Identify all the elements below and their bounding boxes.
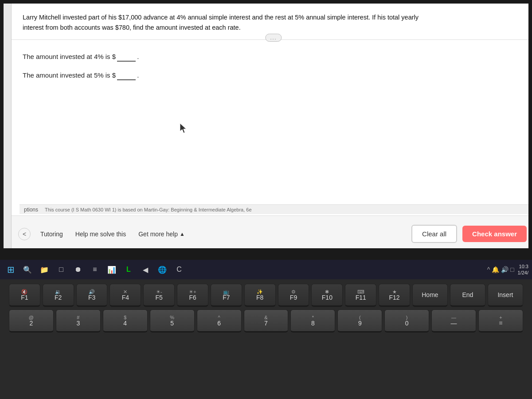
key-f10[interactable]: ✱F10 [311, 284, 343, 307]
taskbar-back-icon[interactable]: ◀ [138, 262, 153, 277]
answer1-suffix: . [137, 53, 139, 60]
toolbar-left: < Tutoring Help me solve this Get more h… [16, 216, 191, 249]
key-f6[interactable]: ☀+F6 [177, 284, 208, 307]
key-f2[interactable]: 🔉F2 [43, 284, 74, 307]
get-more-help-tab[interactable]: Get more help ▲ [132, 216, 191, 249]
key-f11[interactable]: ⌨F11 [345, 284, 376, 307]
bottom-toolbar: < Tutoring Help me solve this Get more h… [12, 215, 528, 248]
taskbar-edge-icon[interactable]: C [172, 262, 186, 277]
key-end[interactable]: End [450, 284, 485, 307]
footer-info: ptions This course (I S Math 0630 WI 1) … [20, 204, 528, 214]
taskbar-right: ^ 🔔 🔊 □ 10:3 1/24/ [487, 263, 528, 276]
taskbar-menu-icon[interactable]: ≡ [88, 262, 102, 277]
key-3[interactable]: #3 [56, 309, 101, 332]
problem-text: Larry Mitchell invested part of his $17,… [23, 12, 524, 33]
answer2-input[interactable] [117, 70, 136, 80]
key-home[interactable]: Home [412, 284, 448, 307]
chevron-left-button[interactable]: < [18, 228, 31, 240]
key-f12[interactable]: ★F12 [379, 284, 410, 307]
key-4[interactable]: $4 [103, 309, 148, 332]
chevron-up-icon: ▲ [180, 231, 185, 237]
key-7[interactable]: &7 [244, 309, 289, 332]
problem-line2: interest from both accounts was $780, fi… [23, 24, 241, 31]
key-dash[interactable]: —— [431, 309, 476, 332]
problem-line1: Larry Mitchell invested part of his $17,… [23, 14, 419, 21]
key-insert[interactable]: Insert [488, 284, 523, 307]
taskbar-time: 10:3 [518, 263, 528, 270]
key-6[interactable]: ^6 [197, 309, 242, 332]
screen-inner: Larry Mitchell invested part of his $17,… [4, 4, 528, 248]
answer2-prefix: The amount invested at 5% is $ [23, 71, 116, 79]
clear-all-button[interactable]: Clear all [411, 225, 457, 243]
get-more-help-label: Get more help [138, 231, 178, 238]
answer2-suffix: . [137, 71, 139, 79]
answer1-input[interactable] [117, 51, 136, 62]
help-solve-tab[interactable]: Help me solve this [69, 216, 132, 249]
key-plus[interactable]: += [478, 309, 523, 332]
left-sidebar [4, 4, 12, 248]
ptions-text: ptions [24, 207, 38, 213]
course-info: This course (I S Math 0630 WI 1) is base… [45, 207, 252, 212]
cursor [180, 123, 189, 133]
answer1-prefix: The amount invested at 4% is $ [23, 53, 116, 60]
main-content: Larry Mitchell invested part of his $17,… [12, 4, 528, 248]
key-f1[interactable]: 🔇F1 [9, 284, 40, 307]
taskbar-window-icon[interactable]: □ [54, 262, 68, 277]
windows-start-button[interactable]: ⊞ [4, 262, 18, 277]
taskbar-search-icon[interactable]: 🔍 [20, 262, 35, 277]
expand-button[interactable]: ... [265, 34, 282, 42]
help-solve-label: Help me solve this [75, 231, 126, 238]
taskbar-clock: 10:3 1/24/ [518, 263, 528, 276]
answer-section: The amount invested at 4% is $ . The amo… [12, 40, 528, 97]
taskbar-file-icon[interactable]: 📁 [37, 262, 51, 277]
keyboard-area: 🔇F1 🔉F2 🔊F3 ✕F4 ☀-F5 ☀+F6 📺F7 ✨F8 ⚙F9 ✱F… [0, 279, 532, 399]
number-keys-row: @2 #3 $4 %5 ^6 &7 *8 (9 )0 —— += [9, 309, 523, 332]
answer-line-2: The amount invested at 5% is $ . [23, 70, 524, 80]
tutoring-label: Tutoring [40, 231, 63, 238]
toolbar-buttons: Clear all Check answer [411, 225, 527, 243]
function-keys-row: 🔇F1 🔉F2 🔊F3 ✕F4 ☀-F5 ☀+F6 📺F7 ✨F8 ⚙F9 ✱F… [9, 284, 523, 307]
answer-line-1: The amount invested at 4% is $ . [23, 51, 524, 62]
taskbar-icons-right: ^ 🔔 🔊 □ [487, 266, 514, 273]
key-2[interactable]: @2 [9, 309, 54, 332]
key-9[interactable]: (9 [337, 309, 382, 332]
taskbar-date: 1/24/ [518, 270, 528, 276]
taskbar-video-icon[interactable]: ⏺ [71, 262, 85, 277]
key-5[interactable]: %5 [150, 309, 195, 332]
key-f3[interactable]: 🔊F3 [76, 284, 108, 307]
key-8[interactable]: *8 [290, 309, 335, 332]
screen-content: Larry Mitchell invested part of his $17,… [4, 4, 528, 248]
key-f5[interactable]: ☀-F5 [143, 284, 175, 307]
key-f9[interactable]: ⚙F9 [278, 284, 309, 307]
chevron-left-icon: < [23, 231, 26, 238]
key-0[interactable]: )0 [384, 309, 429, 332]
tutoring-tab[interactable]: Tutoring [34, 216, 69, 249]
taskbar-chrome-icon[interactable]: 🌐 [155, 262, 169, 277]
screen-bezel: Larry Mitchell invested part of his $17,… [0, 0, 532, 248]
check-answer-button[interactable]: Check answer [462, 226, 527, 242]
key-f7[interactable]: 📺F7 [211, 284, 242, 307]
svg-marker-0 [180, 123, 186, 133]
taskbar-spreadsheet-icon[interactable]: 📊 [105, 262, 119, 277]
taskbar: ⊞ 🔍 📁 □ ⏺ ≡ 📊 L ◀ 🌐 C ^ 🔔 🔊 □ 10:3 1/24/ [0, 260, 532, 279]
key-f8[interactable]: ✨F8 [244, 284, 276, 307]
taskbar-L-icon[interactable]: L [121, 262, 136, 277]
key-f4[interactable]: ✕F4 [110, 284, 141, 307]
